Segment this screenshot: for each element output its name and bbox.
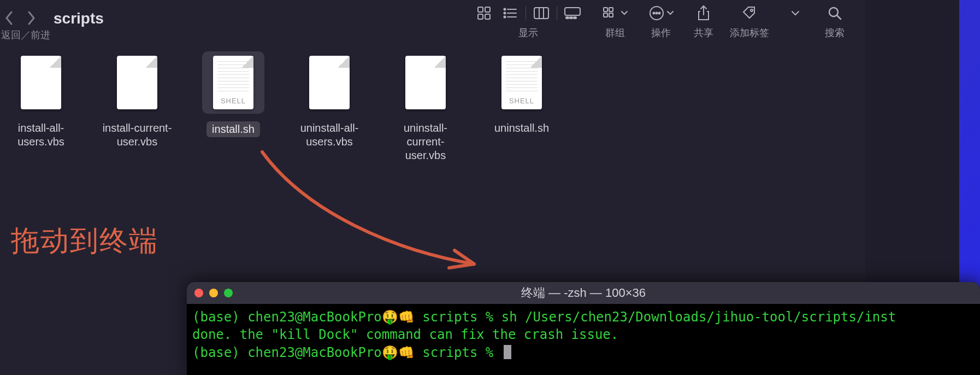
view-list-button[interactable] [497, 2, 523, 24]
dropdown-cluster [782, 2, 808, 38]
svg-point-4 [504, 9, 506, 10]
action-button[interactable] [645, 2, 677, 24]
file-icon-wrap [106, 51, 168, 114]
view-columns-button[interactable] [528, 2, 554, 24]
annotation-text: 拖动到终端 [11, 222, 158, 260]
terminal-line: (base) chen23@MacBookPro🤑👊 scripts % [192, 344, 975, 361]
search-button[interactable] [822, 2, 848, 24]
file-name: install.sh [206, 121, 260, 137]
terminal-cursor [504, 345, 511, 359]
svg-point-6 [504, 13, 506, 14]
folder-title: scripts [54, 10, 104, 27]
files-area[interactable]: install-all-users.vbsinstall-current-use… [0, 44, 865, 170]
action-cluster: 操作 [645, 2, 677, 39]
traffic-lights [194, 289, 233, 297]
file-name: install-all-users.vbs [5, 121, 76, 149]
share-cluster: 共享 [690, 2, 717, 39]
generic-file-icon [309, 56, 350, 109]
share-label: 共享 [694, 26, 713, 39]
svg-point-8 [504, 16, 506, 18]
svg-rect-3 [485, 14, 490, 19]
overflow-spacer [794, 26, 796, 38]
file-item[interactable]: install-current-user.vbs [102, 51, 173, 162]
toolbar-right: 显示 群组 [464, 2, 854, 39]
toolbar-overflow-button[interactable] [782, 2, 808, 24]
file-item[interactable]: uninstall-current-user.vbs [390, 51, 461, 162]
generic-file-icon [117, 56, 157, 109]
view-label: 显示 [518, 26, 538, 39]
file-preview-lines [217, 61, 249, 92]
terminal-window[interactable]: 终端 — -zsh — 100×36 (base) chen23@MacBook… [187, 282, 980, 375]
search-cluster: 搜索 [822, 2, 848, 39]
forward-button[interactable] [23, 9, 39, 27]
svg-rect-20 [609, 13, 613, 17]
terminal-titlebar[interactable]: 终端 — -zsh — 100×36 [187, 282, 980, 304]
tags-label: 添加标签 [730, 26, 769, 39]
action-label: 操作 [651, 26, 671, 39]
file-name: uninstall-all-users.vbs [294, 121, 365, 149]
svg-point-23 [656, 13, 658, 14]
file-preview-lines [506, 61, 538, 92]
nav-sub-label: 返回／前进 [1, 28, 50, 42]
group-label: 群组 [605, 26, 625, 39]
file-item[interactable]: SHELLuninstall.sh [486, 51, 557, 162]
search-label: 搜索 [825, 26, 845, 39]
toolbar-divider [557, 6, 557, 20]
toolbar-divider [526, 6, 526, 20]
close-button[interactable] [194, 289, 203, 297]
finder-toolbar: 返回／前进 scripts [0, 0, 865, 44]
svg-rect-1 [485, 7, 490, 12]
svg-point-26 [751, 9, 753, 11]
view-cluster: 显示 [471, 2, 586, 39]
generic-file-icon [21, 56, 61, 109]
nav-buttons [1, 9, 39, 27]
file-icon-wrap [298, 51, 361, 114]
view-gallery-button[interactable] [559, 2, 586, 24]
svg-line-28 [837, 15, 841, 19]
tags-cluster: 添加标签 [730, 2, 769, 39]
file-icon-wrap: SHELL [202, 51, 264, 114]
file-name: install-current-user.vbs [102, 121, 173, 149]
svg-rect-16 [574, 17, 576, 19]
file-item[interactable]: install-all-users.vbs [5, 51, 76, 162]
svg-rect-0 [478, 7, 483, 12]
file-icon-wrap: SHELL [491, 51, 553, 114]
terminal-line: (base) chen23@MacBookPro🤑👊 scripts % sh … [192, 308, 975, 326]
back-button[interactable] [1, 9, 17, 27]
terminal-body[interactable]: (base) chen23@MacBookPro🤑👊 scripts % sh … [187, 304, 980, 366]
file-item[interactable]: uninstall-all-users.vbs [294, 51, 365, 162]
terminal-line: done. the "kill Dock" command can fix th… [192, 326, 975, 343]
tags-button[interactable] [736, 2, 763, 24]
file-icon-wrap [10, 51, 72, 114]
svg-point-22 [653, 13, 655, 14]
generic-file-icon [405, 56, 446, 109]
file-item[interactable]: SHELLinstall.sh [198, 51, 269, 162]
svg-rect-17 [604, 8, 607, 11]
minimize-button[interactable] [209, 289, 218, 297]
group-button[interactable] [599, 2, 631, 24]
shell-badge: SHELL [509, 97, 534, 105]
svg-rect-10 [534, 8, 548, 19]
file-icon-wrap [394, 51, 457, 114]
svg-rect-15 [570, 17, 572, 19]
shell-file-icon: SHELL [213, 56, 253, 109]
svg-rect-13 [565, 8, 580, 15]
svg-rect-14 [566, 17, 569, 19]
group-cluster: 群组 [599, 2, 631, 39]
shell-file-icon: SHELL [501, 56, 542, 109]
view-icons-button[interactable] [471, 2, 497, 24]
svg-rect-19 [604, 13, 607, 17]
terminal-title: 终端 — -zsh — 100×36 [187, 285, 980, 301]
zoom-button[interactable] [224, 289, 233, 297]
svg-rect-2 [478, 14, 483, 19]
file-name: uninstall-current-user.vbs [390, 121, 461, 162]
shell-badge: SHELL [221, 97, 246, 105]
share-button[interactable] [690, 2, 717, 24]
file-name: uninstall.sh [494, 121, 549, 135]
svg-rect-18 [609, 8, 613, 11]
svg-point-24 [659, 13, 660, 14]
